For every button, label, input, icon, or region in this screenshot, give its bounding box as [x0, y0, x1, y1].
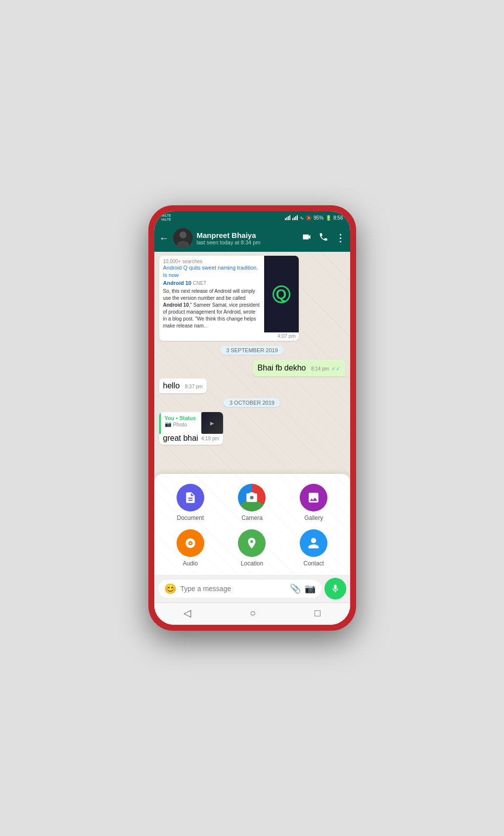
signal-bars	[285, 215, 290, 220]
last-seen: last seen today at 8:34 pm	[197, 239, 298, 245]
signal-bars-2	[292, 215, 298, 220]
battery-icon: 🔋	[325, 215, 331, 221]
phone-frame: VoLTE VoLTE ∿ 🔕 95% �	[148, 205, 356, 631]
header-icons: ⋮	[302, 232, 345, 244]
status-right: ∿ 🔕 95% 🔋 8:56	[285, 215, 343, 221]
link-description: So, this next release of Android will si…	[163, 288, 260, 329]
status-thumbnail: ▶	[201, 412, 223, 434]
avatar-image	[173, 228, 193, 248]
received-message-1: hello 8:37 pm	[159, 378, 207, 393]
camera-input-button[interactable]: 📷	[305, 583, 316, 594]
back-button[interactable]: ←	[159, 232, 169, 244]
message-input-container: 😊 📎 📷	[158, 580, 321, 598]
video-call-icon[interactable]	[302, 232, 312, 244]
sent-message-1: Bhai fb dekho 8:14 pm ✓✓	[253, 360, 345, 376]
phone-screen: VoLTE VoLTE ∿ 🔕 95% �	[154, 211, 350, 625]
status-info: You • Status 📷 Photo	[165, 415, 197, 432]
received-text: hello	[163, 381, 180, 390]
status-header: You • Status 📷 Photo	[159, 412, 201, 434]
status-share-bubble: You • Status 📷 Photo ▶ grea	[159, 412, 223, 445]
contact-info: Manpreet Bhaiya last seen today at 8:34 …	[197, 231, 298, 245]
nav-home[interactable]: ○	[250, 607, 256, 619]
call-icon[interactable]	[319, 232, 328, 244]
link-title: Android Q quits sweet naming tradition. …	[163, 264, 260, 287]
battery-level: 95%	[314, 215, 323, 221]
svg-point-1	[180, 232, 186, 238]
chat-body: 10,000+ searches Android Q quits sweet n…	[154, 252, 350, 575]
link-image: Q	[264, 256, 299, 332]
contact-name: Manpreet Bhaiya	[197, 231, 298, 239]
chat-header: ← Manpreet Bhaiya last seen today at 8:3…	[154, 224, 350, 252]
message-checks: ✓✓	[331, 366, 340, 372]
status-message-text: great bhai	[163, 434, 198, 443]
network-label-1: VoLTE	[161, 214, 172, 218]
status-bubble-inner: You • Status 📷 Photo ▶	[159, 412, 223, 434]
message-input[interactable]	[181, 585, 286, 593]
camera-icon-small: 📷	[165, 421, 172, 427]
chat-messages: 10,000+ searches Android Q quits sweet n…	[154, 252, 350, 474]
thumbnail-preview: ▶	[201, 412, 223, 434]
nav-recent[interactable]: □	[315, 607, 321, 619]
attach-button[interactable]: 📎	[290, 583, 301, 594]
mic-button[interactable]	[324, 578, 346, 600]
status-time: 4:19 pm	[201, 436, 219, 441]
sent-text: Bhai fb dekho	[258, 364, 306, 372]
emoji-button[interactable]: 😊	[164, 583, 177, 595]
received-time: 8:37 pm	[185, 384, 203, 389]
wifi-icon: ∿	[300, 215, 304, 221]
mute-icon: 🔕	[306, 215, 312, 221]
sent-time: 8:14 pm	[311, 366, 329, 372]
date-divider-sep: 3 SEPTEMBER 2019	[220, 346, 284, 355]
input-bar: 😊 📎 📷	[154, 575, 350, 603]
more-options-icon[interactable]: ⋮	[335, 232, 345, 244]
date-divider-oct: 3 OCTOBER 2019	[224, 398, 280, 407]
network-info: VoLTE VoLTE	[161, 214, 172, 222]
nav-back[interactable]: ◁	[183, 607, 191, 619]
link-time: 4:07 pm	[159, 332, 299, 341]
network-label-2: VoLTE	[161, 218, 172, 222]
navigation-bar: ◁ ○ □	[154, 603, 350, 625]
status-names: You • Status	[165, 415, 197, 421]
link-searches: 10,000+ searches	[163, 259, 260, 264]
status-photo-label: 📷 Photo	[165, 421, 197, 427]
link-content: 10,000+ searches Android Q quits sweet n…	[159, 256, 264, 332]
status-bar: VoLTE VoLTE ∿ 🔕 95% �	[154, 211, 350, 224]
contact-avatar[interactable]	[173, 228, 193, 248]
message-link-bubble: 10,000+ searches Android Q quits sweet n…	[159, 256, 299, 341]
clock: 8:56	[333, 215, 343, 221]
status-message-time: great bhai 4:19 pm	[159, 434, 223, 445]
